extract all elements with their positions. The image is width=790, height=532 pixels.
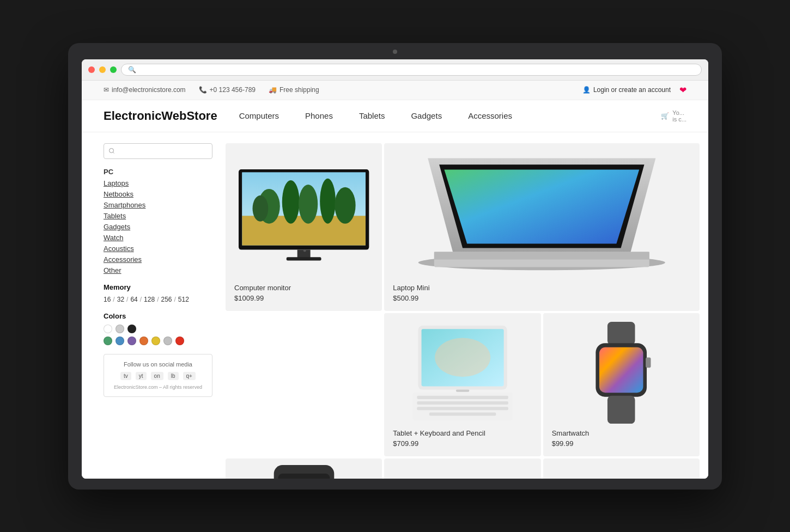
mem-sep-3: /: [140, 296, 142, 303]
user-icon: 👤: [582, 86, 591, 94]
wishlist-icon[interactable]: ❤: [679, 85, 686, 95]
svg-point-8: [335, 187, 355, 224]
close-button[interactable]: [88, 66, 95, 73]
memory-32[interactable]: 32: [117, 296, 124, 303]
color-row-2: [104, 337, 212, 345]
email-icon: ✉: [104, 86, 109, 94]
social-lb[interactable]: lb: [168, 372, 179, 380]
nav-computers[interactable]: Computers: [239, 111, 279, 120]
tablet-svg: [407, 323, 518, 423]
smartwatch-image: [552, 322, 691, 424]
sidebar-search-input[interactable]: [104, 143, 212, 159]
svg-rect-23: [417, 395, 508, 399]
browser-address-bar[interactable]: 🔍: [121, 64, 702, 76]
nav-tablets[interactable]: Tablets: [359, 111, 385, 120]
top-bar: ✉ info@electronicstore.com 📞 +0 123 456-…: [82, 81, 708, 100]
smartwatch-svg: [583, 322, 659, 424]
category-gadgets[interactable]: Gadgets: [104, 223, 212, 231]
memory-64[interactable]: 64: [130, 296, 137, 303]
login-button[interactable]: 👤 Login or create an account: [582, 86, 671, 94]
site-header: ElectronicWebStore Computers Phones Tabl…: [82, 100, 708, 132]
color-row-1: [104, 325, 212, 333]
monitor-price: $1009.99: [234, 294, 264, 302]
color-white[interactable]: [104, 325, 112, 333]
cart-button[interactable]: 🛒 Yo...is c...: [661, 109, 686, 123]
nav-gadgets[interactable]: Gadgets: [411, 111, 442, 120]
laptop-svg: [415, 152, 669, 278]
memory-16[interactable]: 16: [104, 296, 111, 303]
products-grid: Computer monitor $1009.99: [226, 143, 708, 479]
color-gray[interactable]: [116, 325, 124, 333]
product-card-smartwatch[interactable]: Smartwatch $99.99: [543, 313, 700, 456]
social-qplus[interactable]: q+: [183, 372, 196, 380]
svg-rect-32: [646, 357, 651, 368]
maximize-button[interactable]: [110, 66, 117, 73]
svg-rect-11: [287, 257, 321, 260]
category-pc[interactable]: PC: [104, 168, 212, 176]
product-card-speaker-bottom[interactable]: [543, 458, 700, 478]
product-card-tablet[interactable]: Tablet + Keyboard and Pencil $709.99: [384, 313, 540, 456]
top-bar-right: 👤 Login or create an account ❤: [582, 85, 686, 95]
product-card-laptop[interactable]: Laptop Mini $500.99: [384, 143, 700, 311]
category-other[interactable]: Other: [104, 266, 212, 274]
color-purple[interactable]: [127, 337, 136, 345]
color-yellow[interactable]: [151, 337, 160, 345]
laptop-name: Laptop Mini: [393, 284, 429, 292]
memory-label: Memory: [104, 283, 212, 291]
svg-point-12: [303, 249, 306, 252]
monitor-name: Computer monitor: [234, 284, 291, 292]
color-silver[interactable]: [163, 337, 172, 345]
social-on[interactable]: on: [151, 372, 163, 380]
truck-icon: 🚚: [269, 86, 277, 94]
category-watch[interactable]: Watch: [104, 234, 212, 242]
mem-sep-2: /: [126, 296, 128, 303]
svg-rect-34: [278, 474, 330, 479]
email-item: ✉ info@electronicstore.com: [104, 86, 186, 94]
category-smartphones[interactable]: Smartphones: [104, 201, 212, 209]
svg-point-6: [299, 185, 318, 224]
memory-filter: 16 / 32 / 64 / 128 / 256 / 512: [104, 296, 212, 303]
memory-128[interactable]: 128: [144, 296, 155, 303]
main-layout: PC Laptops Netbooks Smartphones Tablets …: [82, 132, 708, 479]
phone-icon: 📞: [199, 86, 207, 94]
nav-phones[interactable]: Phones: [305, 111, 333, 120]
memory-256[interactable]: 256: [161, 296, 172, 303]
nav-accessories[interactable]: Accessories: [468, 111, 512, 120]
color-blue[interactable]: [116, 337, 124, 345]
color-red[interactable]: [175, 337, 184, 345]
tablet-name: Tablet + Keyboard and Pencil: [393, 429, 485, 437]
copyright-text: ElectronicStore.com – All rights reserve…: [111, 384, 205, 390]
category-netbooks[interactable]: Netbooks: [104, 190, 212, 198]
category-accessories[interactable]: Accessories: [104, 255, 212, 264]
cart-icon: 🛒: [661, 112, 669, 120]
minimize-button[interactable]: [99, 66, 106, 73]
product-card-phone-bottom[interactable]: [226, 458, 382, 478]
watch-name: Smartwatch: [552, 429, 590, 437]
colors-label: Colors: [104, 312, 212, 320]
color-green[interactable]: [104, 337, 112, 345]
svg-rect-24: [417, 401, 508, 405]
website-content: ✉ info@electronicstore.com 📞 +0 123 456-…: [82, 81, 708, 479]
memory-512[interactable]: 512: [178, 296, 189, 303]
social-tv[interactable]: tv: [120, 372, 131, 380]
color-orange[interactable]: [139, 337, 148, 345]
laptop-price: $500.99: [393, 294, 418, 302]
site-logo[interactable]: ElectronicWebStore: [104, 109, 217, 123]
svg-rect-31: [607, 396, 635, 424]
mem-sep-4: /: [157, 296, 159, 303]
social-yt[interactable]: yt: [136, 372, 147, 380]
category-laptops[interactable]: Laptops: [104, 179, 212, 187]
product-card-monitor[interactable]: Computer monitor $1009.99: [226, 143, 382, 311]
product-card-headphones-bottom[interactable]: [384, 458, 540, 478]
category-acoustics[interactable]: Acoustics: [104, 244, 212, 253]
social-title: Follow us on social media: [111, 361, 205, 368]
main-nav: Computers Phones Tablets Gadgets Accesso…: [239, 111, 640, 120]
category-tablets[interactable]: Tablets: [104, 212, 212, 220]
login-text: Login or create an account: [593, 86, 671, 94]
color-black[interactable]: [127, 325, 136, 333]
social-links-list: tv yt on lb q+: [111, 372, 205, 380]
mem-sep-5: /: [174, 296, 176, 303]
shipping-text: Free shipping: [279, 86, 319, 94]
monitor-image: [234, 152, 373, 278]
shipping-item: 🚚 Free shipping: [269, 86, 319, 94]
